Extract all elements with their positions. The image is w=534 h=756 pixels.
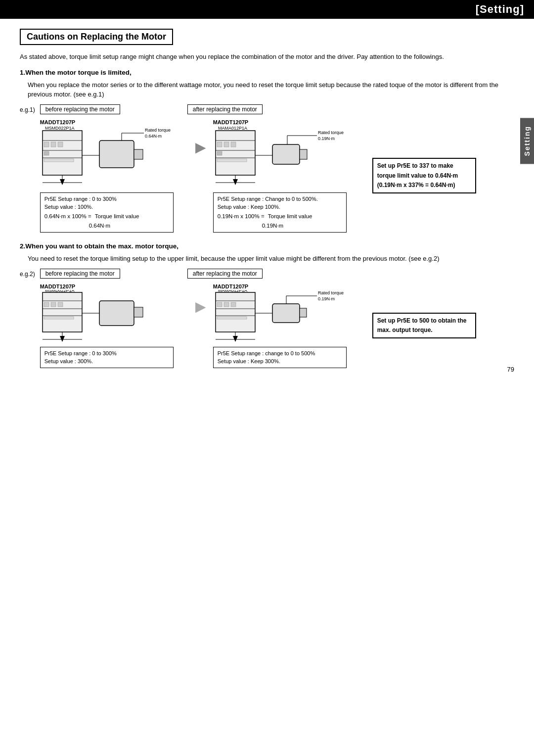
- svg-text:0.64N·m: 0.64N·m: [145, 134, 162, 139]
- svg-rect-51: [134, 307, 143, 317]
- svg-rect-59: [217, 302, 222, 307]
- eg1-before-svg: MSMD022P1A Rated torque 0.64N·m: [40, 126, 178, 190]
- page-number: 79: [507, 366, 514, 373]
- svg-marker-73: [233, 336, 238, 342]
- eg2-before-svg: MSMD022P1A: [40, 290, 178, 344]
- eg1-arrow: ▶: [188, 119, 213, 155]
- eg1-after-info1: Pr5E Setup range : Change to 0 to 500%.: [218, 195, 342, 203]
- eg1-before-label: before replacing the motor: [40, 104, 120, 114]
- subsection1-title: 1.When the motor torque is limited,: [20, 69, 514, 76]
- eg1-after-info: Pr5E Setup range : Change to 0 to 500%. …: [213, 192, 347, 233]
- eg2-after-info: Pr5E Setup range : change to 0 to 500% S…: [213, 347, 347, 368]
- side-tab: Setting: [520, 118, 534, 164]
- svg-rect-61: [231, 302, 236, 307]
- svg-rect-60: [224, 302, 229, 307]
- svg-rect-7: [44, 151, 49, 155]
- eg1-callout-text: Set up Pr5E to 337 to make torque limit …: [377, 162, 458, 179]
- eg2-before-label: before replacing the motor: [40, 269, 120, 279]
- content-area: Cautions on Replacing the Motor As state…: [0, 19, 534, 378]
- eg2-after-device: MADDT1207P MAMA012P1A: [213, 284, 361, 368]
- eg1-before-device: MADDT1207P: [40, 119, 188, 233]
- eg1-after-label: after replacing the motor: [187, 104, 263, 114]
- svg-rect-28: [217, 159, 247, 162]
- eg1-after-info2: Setup value : Keep 100%.: [218, 203, 342, 211]
- eg2-callout-text: Set up Pr5E to 500 to obtain the max. ou…: [377, 317, 467, 333]
- eg1-diagram-row: e.g.1) before replacing the motor after …: [20, 104, 514, 233]
- svg-rect-46: [58, 302, 63, 307]
- subsection1-body: When you replace the motor series or to …: [20, 80, 514, 99]
- svg-text:Rated torque: Rated torque: [145, 128, 171, 133]
- eg2-label-row: before replacing the motor after replaci…: [40, 269, 514, 281]
- eg2-after-info1: Pr5E Setup range : change to 0 to 500%: [218, 349, 342, 358]
- svg-rect-40: [43, 292, 82, 332]
- svg-rect-55: [216, 292, 255, 332]
- eg1-before-info: Pr5E Setup range : 0 to 300% Setup value…: [40, 192, 174, 233]
- eg2-before-info2: Setup value : 300%.: [44, 357, 169, 366]
- svg-rect-47: [44, 317, 74, 319]
- eg2-arrow-icon: ▶: [195, 298, 206, 315]
- eg1-after-device: MADDT1207P MAMA012P1A: [213, 119, 361, 233]
- svg-text:0.19N·m: 0.19N·m: [318, 296, 335, 301]
- eg1-after-svg: MAMA012P1A Rated torque 0.19N·m: [213, 126, 352, 190]
- eg1-callout: Set up Pr5E to 337 to make torque limit …: [367, 158, 476, 193]
- eg2-arrow: ▶: [188, 284, 213, 315]
- svg-text:MSMD022P1A: MSMD022P1A: [45, 126, 75, 131]
- svg-rect-5: [51, 142, 56, 147]
- eg1-before-formula3: 0.64N·m: [44, 222, 169, 230]
- svg-rect-4: [44, 142, 49, 147]
- svg-text:Rated torque: Rated torque: [318, 130, 344, 135]
- eg2-before-device-name: MADDT1207P: [40, 284, 188, 289]
- page-header: [Setting]: [0, 0, 534, 19]
- eg2-label: e.g.2): [20, 271, 35, 278]
- eg1-after-formula: 0.19N·m x 100% = Torque limit value: [218, 212, 342, 221]
- eg1-before-info2: Setup value : 100%.: [44, 203, 169, 211]
- svg-rect-50: [99, 301, 134, 326]
- svg-rect-11: [99, 141, 134, 168]
- eg2-before-info: Pr5E Setup range : 0 to 300% Setup value…: [40, 347, 174, 368]
- svg-rect-27: [217, 151, 222, 155]
- svg-rect-24: [217, 142, 222, 147]
- eg1-label: e.g.1): [20, 106, 35, 113]
- eg1-after-formula3: 0.19N·m: [218, 222, 342, 230]
- eg2-devices-row: MADDT1207P MSMD022P1A: [40, 284, 514, 368]
- svg-rect-66: [300, 308, 307, 317]
- svg-rect-65: [272, 304, 300, 323]
- svg-marker-54: [60, 336, 65, 342]
- eg1-devices-row: MADDT1207P: [40, 119, 514, 233]
- eg2-after-info2: Setup value : Keep 300%.: [218, 357, 342, 366]
- svg-rect-44: [44, 302, 49, 307]
- eg1-before-info1: Pr5E Setup range : 0 to 300%: [44, 195, 169, 203]
- eg2-after-svg: MAMA012P1A Rated torque 0.19N·m: [213, 290, 352, 344]
- subsection2-title: 2.When you want to obtain the max. motor…: [20, 242, 514, 250]
- eg1-before-device-name: MADDT1207P: [40, 119, 188, 125]
- svg-marker-39: [233, 179, 238, 185]
- eg1-callout2-text: (0.19N·m x 337% = 0.64N·m): [377, 182, 455, 189]
- svg-marker-19: [60, 179, 65, 185]
- eg2-highlight-box: Set up Pr5E to 500 to obtain the max. ou…: [372, 313, 476, 338]
- section-title: Cautions on Replacing the Motor: [20, 29, 173, 45]
- eg2-after-label: after replacing the motor: [187, 269, 263, 279]
- svg-rect-62: [217, 317, 247, 319]
- eg1-arrow-icon: ▶: [195, 139, 206, 155]
- eg2-before-info1: Pr5E Setup range : 0 to 300%: [44, 349, 169, 358]
- svg-rect-8: [44, 159, 74, 162]
- eg1-highlight-box: Set up Pr5E to 337 to make torque limit …: [372, 158, 476, 193]
- eg2-after-device-name: MADDT1207P: [213, 284, 361, 289]
- eg2-diagram-row: e.g.2) before replacing the motor after …: [20, 269, 514, 368]
- svg-rect-45: [51, 302, 56, 307]
- eg1-after-device-name: MADDT1207P: [213, 119, 361, 125]
- subsection2-body: You need to reset the torque limiting se…: [20, 254, 514, 264]
- eg1-before-formula: 0.64N·m x 100% = Torque limit value: [44, 212, 169, 221]
- svg-rect-6: [58, 142, 63, 147]
- svg-rect-12: [134, 149, 143, 159]
- svg-rect-31: [272, 144, 300, 164]
- eg1-label-row: before replacing the motor after replaci…: [40, 104, 514, 116]
- svg-text:MAMA012P1A: MAMA012P1A: [218, 290, 247, 293]
- intro-text: As stated above, torque limit setup rang…: [20, 52, 514, 62]
- side-tab-label: Setting: [523, 126, 531, 156]
- svg-rect-25: [224, 142, 229, 147]
- svg-text:MSMD022P1A: MSMD022P1A: [45, 290, 75, 293]
- eg2-before-device: MADDT1207P MSMD022P1A: [40, 284, 188, 368]
- svg-text:Rated torque: Rated torque: [318, 290, 344, 295]
- svg-text:MAMA012P1A: MAMA012P1A: [218, 126, 247, 131]
